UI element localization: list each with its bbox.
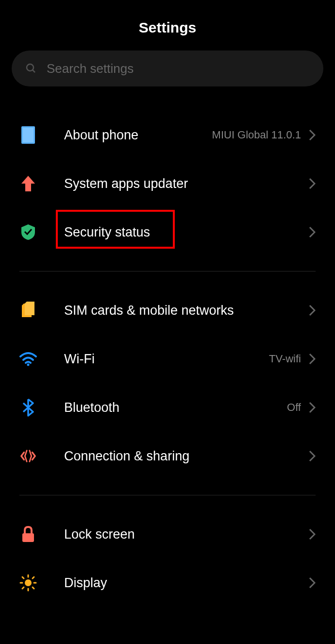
item-label: Lock screen — [64, 527, 309, 542]
settings-list: About phone MIUI Global 11.0.1 System ap… — [0, 106, 335, 612]
item-label: Connection & sharing — [64, 449, 309, 464]
chevron-right-icon — [309, 178, 316, 189]
settings-item-wifi[interactable]: Wi-Fi TV-wifi — [19, 335, 316, 383]
item-label: System apps updater — [64, 176, 309, 191]
svg-point-4 — [27, 364, 30, 366]
settings-item-about-phone[interactable]: About phone MIUI Global 11.0.1 — [19, 111, 316, 159]
chevron-right-icon — [309, 577, 316, 589]
svg-line-12 — [33, 587, 34, 589]
svg-line-14 — [33, 577, 34, 578]
sun-icon — [19, 574, 37, 592]
svg-line-1 — [33, 70, 35, 72]
page-title: Settings — [0, 19, 335, 36]
chevron-right-icon — [309, 305, 316, 316]
item-value: Off — [287, 401, 301, 414]
svg-point-0 — [27, 64, 34, 71]
chevron-right-icon — [309, 226, 316, 238]
chevron-right-icon — [309, 129, 316, 141]
chevron-right-icon — [309, 353, 316, 365]
wifi-icon — [19, 350, 37, 368]
chevron-right-icon — [309, 450, 316, 462]
settings-group-2: SIM cards & mobile networks Wi-Fi TV-wif… — [19, 281, 316, 485]
svg-rect-5 — [22, 533, 34, 542]
item-label: Wi-Fi — [64, 352, 269, 367]
item-label: Security status — [64, 225, 309, 240]
sharing-icon — [19, 447, 37, 465]
svg-rect-3 — [23, 128, 34, 142]
divider — [19, 495, 316, 495]
lock-icon — [19, 525, 37, 543]
item-label: SIM cards & mobile networks — [64, 303, 309, 318]
item-label: Bluetooth — [64, 400, 287, 415]
bluetooth-icon — [19, 399, 37, 416]
shield-check-icon — [19, 223, 37, 241]
settings-group-1: About phone MIUI Global 11.0.1 System ap… — [19, 106, 316, 261]
settings-item-display[interactable]: Display — [19, 559, 316, 607]
divider — [19, 271, 316, 271]
sim-icon — [19, 302, 37, 319]
arrow-up-icon — [19, 175, 37, 192]
settings-item-system-apps-updater[interactable]: System apps updater — [19, 159, 316, 208]
svg-line-13 — [22, 587, 24, 589]
settings-item-sim-cards[interactable]: SIM cards & mobile networks — [19, 286, 316, 335]
search-bar[interactable] — [12, 51, 323, 86]
svg-line-11 — [22, 577, 24, 578]
header: Settings — [0, 0, 335, 51]
search-input[interactable] — [47, 61, 310, 76]
item-value: TV-wifi — [269, 353, 301, 365]
phone-icon — [19, 126, 37, 144]
settings-item-bluetooth[interactable]: Bluetooth Off — [19, 383, 316, 432]
chevron-right-icon — [309, 528, 316, 540]
svg-point-6 — [25, 579, 32, 586]
settings-item-security-status[interactable]: Security status — [19, 208, 316, 256]
item-value: MIUI Global 11.0.1 — [212, 129, 301, 141]
settings-item-connection-sharing[interactable]: Connection & sharing — [19, 432, 316, 480]
item-label: Display — [64, 576, 309, 591]
settings-group-3: Lock screen — [19, 505, 316, 612]
settings-item-lock-screen[interactable]: Lock screen — [19, 510, 316, 559]
search-icon — [25, 63, 37, 74]
chevron-right-icon — [309, 402, 316, 413]
item-label: About phone — [64, 128, 212, 143]
